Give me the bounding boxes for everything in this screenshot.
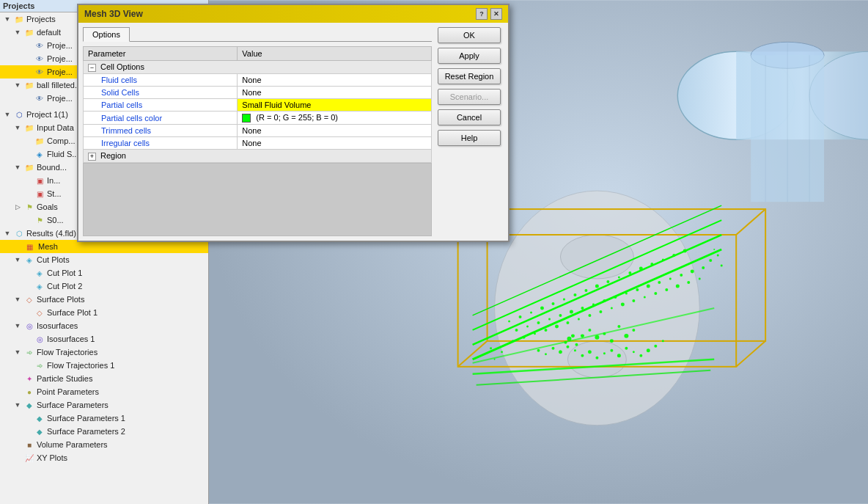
eye-icon-1: 👁 <box>34 40 45 51</box>
value-fluid-cells[interactable]: None <box>238 74 432 87</box>
svg-point-95 <box>632 329 635 332</box>
param-partial-cells[interactable]: Partial cells <box>84 99 238 112</box>
param-fluid-cells[interactable]: Fluid cells <box>84 74 238 87</box>
dialog-controls: ? ✕ <box>476 8 502 20</box>
tree-item-flowtraj1[interactable]: ➾ Flow Trajectories 1 <box>0 359 208 372</box>
param-irregular[interactable]: Irregular cells <box>84 137 238 150</box>
expand-projects[interactable]: ▼ <box>3 15 12 23</box>
collapse-cell-options[interactable]: − <box>88 64 96 72</box>
spacer-cp1 <box>23 269 32 277</box>
reset-region-button[interactable]: Reset Region <box>438 68 501 84</box>
expand-bound[interactable]: ▼ <box>13 163 22 172</box>
svg-point-93 <box>617 325 620 328</box>
svg-point-40 <box>702 266 705 269</box>
label-proj4: Proje... <box>47 92 73 104</box>
value-irregular[interactable]: None <box>238 137 432 150</box>
results-icon: ⬡ <box>13 227 25 239</box>
folder-icon-bound: 📁 <box>23 161 35 173</box>
tree-item-cutplot2[interactable]: ◈ Cut Plot 2 <box>0 280 208 293</box>
expand-surfaceplots[interactable]: ▼ <box>13 295 22 304</box>
tree-item-xyplots[interactable]: 📈 XY Plots <box>0 451 208 464</box>
tab-options[interactable]: Options <box>83 27 130 42</box>
expand-ball[interactable]: ▼ <box>13 81 22 90</box>
svg-point-30 <box>592 303 595 305</box>
param-solid-cells[interactable]: Solid Cells <box>84 87 238 99</box>
help-button-title[interactable]: ? <box>476 8 488 20</box>
label-proj3: Proje... <box>47 66 73 78</box>
svg-point-99 <box>559 350 562 354</box>
spacer2 <box>23 54 32 63</box>
value-partial-cells[interactable]: Small Fluid Volume <box>238 99 432 112</box>
svg-point-44 <box>544 329 547 332</box>
param-trimmed[interactable]: Trimmed cells <box>84 125 238 137</box>
help-button[interactable]: Help <box>438 130 501 146</box>
ok-button[interactable]: OK <box>438 27 501 43</box>
svg-point-72 <box>650 263 653 266</box>
tree-item-flowtraj[interactable]: ▼ ➾ Flow Trajectories <box>0 346 208 359</box>
svg-point-92 <box>610 339 614 343</box>
svg-point-34 <box>636 288 639 291</box>
svg-point-45 <box>555 324 559 328</box>
tree-item-surfaceplot1[interactable]: ◇ Surface Plot 1 <box>0 306 208 319</box>
vol-icon: ■ <box>23 439 35 450</box>
value-solid-cells[interactable]: None <box>238 87 432 99</box>
label-surfparams1: Surface Parameters 1 <box>47 412 125 424</box>
param-table: Parameter Value − Cell Options Fluid cel… <box>83 46 432 163</box>
tree-item-volparams[interactable]: ■ Volume Parameters <box>0 438 208 451</box>
label-surfparams: Surface Parameters <box>37 399 108 411</box>
expand-inputdata[interactable]: ▼ <box>13 123 22 132</box>
expand-results[interactable]: ▼ <box>3 229 12 238</box>
region-label[interactable]: + Region <box>84 150 432 163</box>
label-proj1: Proje... <box>47 40 73 51</box>
tree-item-isosurfaces1[interactable]: ◎ Isosurfaces 1 <box>0 332 208 346</box>
svg-point-113 <box>662 340 664 342</box>
tree-item-point[interactable]: ● Point Parameters <box>0 385 208 398</box>
tree-item-surfparams2[interactable]: ◆ Surface Parameters 2 <box>0 425 208 438</box>
expand-flow[interactable]: ▼ <box>13 348 22 357</box>
tree-item-cutplot1[interactable]: ◈ Cut Plot 1 <box>0 266 208 280</box>
svg-point-25 <box>537 321 540 324</box>
tree-item-cutplots[interactable]: ▼ ◈ Cut Plots <box>0 253 208 266</box>
spacer-in <box>23 176 32 185</box>
tree-item-surfparams1[interactable]: ◆ Surface Parameters 1 <box>0 412 208 425</box>
expand-cutplots[interactable]: ▼ <box>13 255 22 264</box>
label-surfparams2: Surface Parameters 2 <box>47 426 125 437</box>
svg-point-82 <box>713 249 715 250</box>
label-in: In... <box>47 175 60 186</box>
tree-item-surfparams[interactable]: ▼ ◆ Surface Parameters <box>0 398 208 412</box>
svg-point-78 <box>490 347 492 349</box>
label-projects: Projects <box>26 13 56 25</box>
expand-surfparams[interactable]: ▼ <box>13 401 22 409</box>
cancel-button[interactable]: Cancel <box>438 109 501 125</box>
flow-traj1-icon: ➾ <box>34 359 45 371</box>
svg-point-81 <box>717 254 719 256</box>
close-button-title[interactable]: ✕ <box>490 8 502 20</box>
expand-region[interactable]: + <box>88 153 96 161</box>
svg-point-26 <box>548 318 551 320</box>
row-solid-cells: Solid Cells None <box>84 87 432 99</box>
eye-icon-3: 👁 <box>34 66 45 78</box>
svg-point-90 <box>595 335 599 340</box>
spacer-cp2 <box>23 282 32 291</box>
param-partial-color[interactable]: Partial cells color <box>84 112 238 125</box>
svg-point-109 <box>633 351 635 353</box>
svg-point-35 <box>647 284 650 288</box>
apply-button[interactable]: Apply <box>438 48 501 64</box>
svg-point-33 <box>625 292 628 294</box>
expand-project1[interactable]: ▼ <box>3 110 12 119</box>
svg-point-104 <box>595 357 598 359</box>
expand-iso[interactable]: ▼ <box>13 321 22 330</box>
scenario-button[interactable]: Scenario... <box>438 89 501 105</box>
value-trimmed[interactable]: None <box>238 125 432 137</box>
xy-icon: 📈 <box>23 452 35 464</box>
svg-point-65 <box>573 293 576 296</box>
svg-point-79 <box>487 338 488 340</box>
value-partial-color[interactable]: (R = 0; G = 255; B = 0) <box>238 112 432 125</box>
tree-item-isosurfaces[interactable]: ▼ ◎ Isosurfaces <box>0 319 208 332</box>
expand-default[interactable]: ▼ <box>13 28 22 37</box>
expand-goals[interactable]: ▷ <box>13 202 22 211</box>
label-mesh: Mesh <box>37 241 59 252</box>
tree-item-surfaceplots[interactable]: ▼ ◇ Surface Plots <box>0 293 208 306</box>
tree-item-particle[interactable]: ✦ Particle Studies <box>0 372 208 385</box>
svg-point-49 <box>599 310 602 313</box>
